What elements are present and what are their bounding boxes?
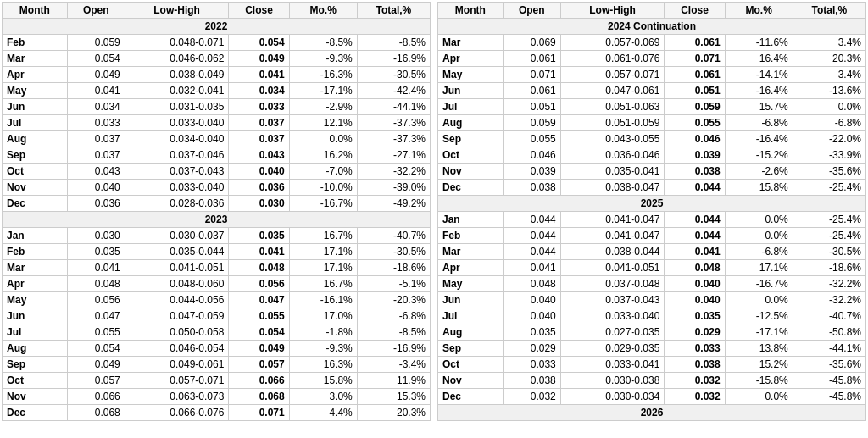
cell-mo: 16.2%	[289, 147, 357, 164]
right-col-lowhigh: Low-High	[560, 3, 665, 19]
cell-open: 0.051	[503, 99, 560, 115]
cell-total: -5.1%	[357, 276, 430, 292]
cell-lowhigh: 0.048-0.071	[125, 35, 229, 51]
cell-mo: 17.0%	[289, 308, 357, 324]
table-row: Dec0.0320.030-0.0340.0320.0%-45.8%	[438, 389, 866, 405]
cell-close: 0.040	[665, 292, 725, 308]
cell-month: May	[3, 292, 68, 308]
cell-month: Jul	[438, 308, 504, 324]
cell-lowhigh: 0.041-0.051	[125, 260, 229, 276]
cell-mo: 15.8%	[289, 373, 357, 389]
cell-lowhigh: 0.031-0.035	[125, 99, 229, 115]
cell-month: Sep	[3, 357, 68, 373]
cell-close: 0.040	[665, 276, 725, 292]
cell-open: 0.071	[503, 67, 560, 83]
cell-close: 0.047	[229, 292, 289, 308]
table-row: Feb0.0350.035-0.0440.04117.1%-30.5%	[3, 244, 431, 260]
cell-mo: 15.7%	[725, 99, 793, 115]
cell-total: 20.3%	[793, 51, 865, 67]
cell-mo: 0.0%	[725, 389, 793, 405]
cell-month: Sep	[438, 131, 504, 147]
cell-lowhigh: 0.028-0.036	[125, 196, 229, 212]
cell-lowhigh: 0.032-0.041	[125, 83, 229, 99]
cell-close: 0.032	[665, 373, 725, 389]
cell-open: 0.059	[67, 35, 125, 51]
cell-month: Sep	[3, 147, 68, 164]
cell-mo: 4.4%	[289, 405, 357, 421]
right-col-month: Month	[438, 3, 504, 19]
cell-close: 0.029	[665, 324, 725, 341]
left-col-lowhigh: Low-High	[125, 3, 229, 19]
cell-total: 0.0%	[793, 99, 865, 115]
cell-total: -18.6%	[793, 260, 865, 276]
cell-total: -37.3%	[357, 131, 430, 147]
year-label: 2026	[438, 405, 866, 421]
cell-close: 0.038	[665, 164, 725, 180]
cell-month: Aug	[438, 115, 504, 131]
cell-mo: 16.7%	[289, 228, 357, 244]
cell-close: 0.061	[665, 35, 725, 51]
cell-mo: -16.7%	[289, 196, 357, 212]
cell-month: Jan	[3, 228, 68, 244]
cell-total: -37.3%	[357, 115, 430, 131]
cell-open: 0.049	[67, 67, 125, 83]
table-row: Mar0.0540.046-0.0620.049-9.3%-16.9%	[3, 51, 431, 67]
cell-open: 0.049	[67, 357, 125, 373]
right-col-close: Close	[665, 3, 725, 19]
cell-total: -30.5%	[357, 244, 430, 260]
cell-open: 0.055	[503, 131, 560, 147]
left-col-total: Total,%	[357, 3, 430, 19]
cell-open: 0.055	[67, 324, 125, 341]
cell-lowhigh: 0.038-0.049	[125, 67, 229, 83]
cell-mo: -10.0%	[289, 180, 357, 196]
cell-month: Dec	[3, 405, 68, 421]
cell-open: 0.033	[503, 357, 560, 373]
cell-close: 0.048	[229, 260, 289, 276]
year-label: 2024 Continuation	[438, 19, 866, 35]
table-row: Nov0.0660.063-0.0730.0683.0%15.3%	[3, 389, 431, 405]
cell-lowhigh: 0.041-0.051	[560, 260, 665, 276]
cell-open: 0.032	[503, 389, 560, 405]
cell-lowhigh: 0.046-0.062	[125, 51, 229, 67]
cell-total: -6.8%	[357, 308, 430, 324]
cell-lowhigh: 0.033-0.041	[560, 357, 665, 373]
cell-total: 11.9%	[357, 373, 430, 389]
cell-total: -32.2%	[357, 164, 430, 180]
cell-lowhigh: 0.033-0.040	[125, 180, 229, 196]
table-row: Aug0.0350.027-0.0350.029-17.1%-50.8%	[438, 324, 866, 341]
cell-month: Feb	[3, 35, 68, 51]
cell-mo: -6.8%	[725, 115, 793, 131]
cell-close: 0.056	[229, 276, 289, 292]
table-row: Mar0.0410.041-0.0510.04817.1%-18.6%	[3, 260, 431, 276]
cell-month: Apr	[3, 276, 68, 292]
cell-total: -40.7%	[357, 228, 430, 244]
cell-mo: 16.7%	[289, 276, 357, 292]
cell-mo: -12.5%	[725, 308, 793, 324]
table-row: Jun0.0470.047-0.0590.05517.0%-6.8%	[3, 308, 431, 324]
table-row: Jun0.0340.031-0.0350.033-2.9%-44.1%	[3, 99, 431, 115]
table-row: Apr0.0610.061-0.0760.07116.4%20.3%	[438, 51, 866, 67]
cell-mo: 15.2%	[725, 357, 793, 373]
cell-close: 0.033	[665, 341, 725, 357]
cell-mo: 16.3%	[289, 357, 357, 373]
table-row: Nov0.0380.030-0.0380.032-15.8%-45.8%	[438, 373, 866, 389]
table-row: Feb0.0590.048-0.0710.054-8.5%-8.5%	[3, 35, 431, 51]
cell-mo: -16.1%	[289, 292, 357, 308]
cell-open: 0.059	[503, 115, 560, 131]
table-row: Oct0.0330.033-0.0410.03815.2%-35.6%	[438, 357, 866, 373]
cell-lowhigh: 0.066-0.076	[125, 405, 229, 421]
table-row: Mar0.0440.038-0.0440.041-6.8%-30.5%	[438, 244, 866, 260]
cell-open: 0.048	[503, 276, 560, 292]
cell-lowhigh: 0.048-0.060	[125, 276, 229, 292]
cell-lowhigh: 0.049-0.061	[125, 357, 229, 373]
cell-open: 0.040	[67, 180, 125, 196]
cell-open: 0.048	[67, 276, 125, 292]
cell-open: 0.038	[503, 373, 560, 389]
cell-open: 0.034	[67, 99, 125, 115]
cell-lowhigh: 0.027-0.035	[560, 324, 665, 341]
cell-total: -27.1%	[357, 147, 430, 164]
table-row: Apr0.0490.038-0.0490.041-16.3%-30.5%	[3, 67, 431, 83]
cell-month: Oct	[3, 164, 68, 180]
cell-mo: 0.0%	[725, 228, 793, 244]
cell-lowhigh: 0.044-0.056	[125, 292, 229, 308]
